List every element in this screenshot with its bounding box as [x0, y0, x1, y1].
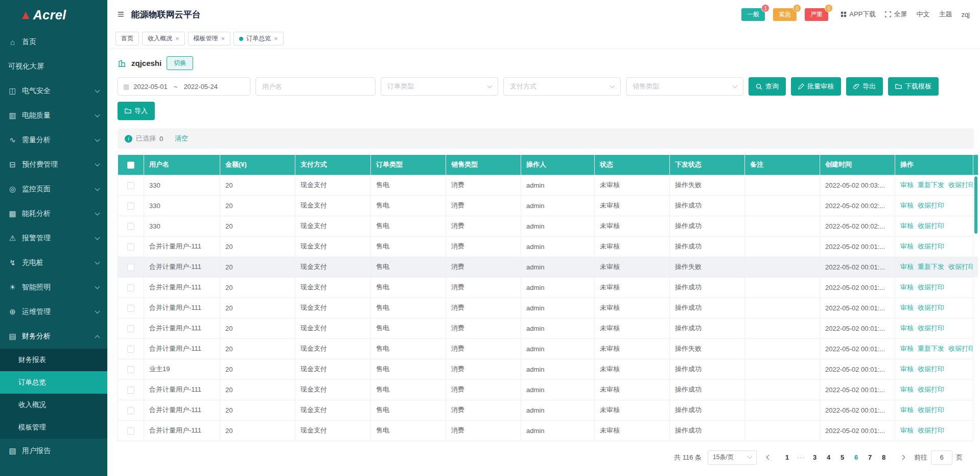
- row-checkbox[interactable]: [127, 243, 134, 251]
- app-download-link[interactable]: APP下载: [841, 10, 876, 19]
- username-input[interactable]: [255, 77, 376, 96]
- sidebar-item[interactable]: 可视化大屏: [0, 54, 107, 79]
- row-action-link[interactable]: 审核: [900, 406, 914, 414]
- row-action-link[interactable]: 审核: [900, 181, 914, 189]
- row-checkbox[interactable]: [127, 202, 134, 210]
- row-action-link[interactable]: 收据打印: [918, 283, 944, 291]
- row-checkbox[interactable]: [127, 387, 134, 394]
- row-action-link[interactable]: 审核: [900, 242, 914, 250]
- page-number[interactable]: 5: [835, 454, 849, 461]
- row-action-link[interactable]: 审核: [900, 263, 914, 270]
- page-number[interactable]: 1: [780, 454, 794, 461]
- menu-toggle-icon[interactable]: ≡: [118, 9, 124, 20]
- alarm-tag[interactable]: 一般 1: [741, 8, 765, 21]
- sidebar-item[interactable]: ▧ 用户报告: [0, 439, 107, 463]
- row-action-link[interactable]: 审核: [900, 345, 914, 352]
- page-number[interactable]: ···: [794, 454, 808, 461]
- row-action-link[interactable]: 审核: [900, 324, 914, 332]
- row-action-link[interactable]: 收据打印: [948, 345, 973, 352]
- page-number[interactable]: 6: [849, 454, 863, 461]
- sidebar-item[interactable]: ⌂ 首页: [0, 30, 107, 54]
- date-range-picker[interactable]: ▦ 2022-05-01 ~ 2022-05-24: [118, 77, 250, 96]
- batch-audit-button[interactable]: 批量审核: [791, 77, 841, 96]
- fullscreen-button[interactable]: 全屏: [885, 10, 907, 19]
- clear-selection-link[interactable]: 清空: [175, 134, 188, 143]
- row-checkbox[interactable]: [127, 407, 134, 414]
- row-action-link[interactable]: 重新下发: [918, 181, 944, 189]
- nav-tab[interactable]: 订单总览: [234, 32, 284, 46]
- order-type-select[interactable]: 订单类型: [381, 77, 498, 96]
- page-number[interactable]: 3: [808, 454, 822, 461]
- row-action-link[interactable]: 重新下发: [918, 345, 944, 352]
- sidebar-item[interactable]: ▦ 能耗分析: [0, 201, 107, 226]
- row-action-link[interactable]: 审核: [900, 426, 914, 434]
- row-action-link[interactable]: 收据打印: [948, 181, 973, 189]
- sidebar-item[interactable]: 收入概况: [0, 394, 107, 416]
- goto-page-input[interactable]: [931, 450, 952, 465]
- page-number[interactable]: 7: [863, 454, 877, 461]
- language-switch[interactable]: 中文: [916, 10, 929, 19]
- alarm-tag[interactable]: 紧急 0: [773, 8, 797, 21]
- nav-tab[interactable]: 首页: [115, 32, 139, 46]
- sidebar-item[interactable]: ☀ 智能照明: [0, 275, 107, 300]
- row-checkbox[interactable]: [127, 305, 134, 312]
- row-checkbox[interactable]: [127, 223, 134, 230]
- next-page-button[interactable]: [897, 450, 908, 465]
- row-action-link[interactable]: 收据打印: [918, 324, 944, 332]
- sidebar-item[interactable]: ▥ 电能质量: [0, 103, 107, 128]
- table-scrollbar-thumb[interactable]: [974, 176, 977, 234]
- sidebar-item[interactable]: ⊟ 预付费管理: [0, 152, 107, 177]
- row-action-link[interactable]: 审核: [900, 304, 914, 311]
- page-number[interactable]: 4: [822, 454, 835, 461]
- sidebar-item[interactable]: ◎ 监控页面: [0, 177, 107, 201]
- nav-tab[interactable]: 模板管理: [188, 32, 231, 46]
- prev-page-button[interactable]: [763, 450, 774, 465]
- row-checkbox[interactable]: [127, 284, 134, 291]
- row-action-link[interactable]: 收据打印: [948, 263, 973, 270]
- row-checkbox[interactable]: [127, 366, 134, 373]
- payment-method-select[interactable]: 支付方式: [503, 77, 621, 96]
- download-template-button[interactable]: 下载模板: [888, 77, 939, 96]
- import-button[interactable]: 导入: [118, 102, 155, 120]
- search-button[interactable]: 查询: [749, 77, 786, 96]
- export-button[interactable]: 导出: [846, 77, 883, 96]
- row-action-link[interactable]: 审核: [900, 283, 914, 291]
- row-action-link[interactable]: 审核: [900, 201, 914, 209]
- row-action-link[interactable]: 收据打印: [918, 426, 944, 434]
- row-checkbox[interactable]: [127, 264, 134, 271]
- user-menu[interactable]: zqj: [961, 11, 970, 18]
- nav-tab[interactable]: 收入概况: [142, 32, 185, 46]
- row-action-link[interactable]: 收据打印: [918, 201, 944, 209]
- sidebar-item[interactable]: 订单总览: [0, 371, 107, 394]
- select-all-checkbox[interactable]: [127, 162, 134, 169]
- close-icon[interactable]: [221, 35, 225, 42]
- alarm-tag[interactable]: 严重 0: [805, 8, 828, 21]
- row-checkbox[interactable]: [127, 325, 134, 332]
- sidebar-item[interactable]: ▤ 财务分析: [0, 324, 107, 349]
- page-number[interactable]: 8: [877, 454, 891, 461]
- switch-project-button[interactable]: 切换: [167, 56, 193, 70]
- row-action-link[interactable]: 收据打印: [918, 222, 944, 230]
- row-action-link[interactable]: 审核: [900, 222, 914, 230]
- row-action-link[interactable]: 重新下发: [918, 263, 944, 270]
- sidebar-item[interactable]: ↯ 充电桩: [0, 251, 107, 275]
- row-action-link[interactable]: 审核: [900, 365, 914, 373]
- close-icon[interactable]: [274, 35, 278, 42]
- row-action-link[interactable]: 审核: [900, 386, 914, 393]
- sidebar-item[interactable]: ⚠ 报警管理: [0, 226, 107, 251]
- theme-switch[interactable]: 主题: [939, 10, 952, 19]
- row-action-link[interactable]: 收据打印: [918, 242, 944, 250]
- row-checkbox[interactable]: [127, 182, 134, 189]
- row-action-link[interactable]: 收据打印: [918, 406, 944, 414]
- sidebar-item[interactable]: 财务报表: [0, 349, 107, 371]
- sidebar-item[interactable]: ∿ 需量分析: [0, 128, 107, 152]
- row-checkbox[interactable]: [127, 346, 134, 353]
- sidebar-item[interactable]: ⊕ 运维管理: [0, 300, 107, 324]
- sidebar-item[interactable]: 模板管理: [0, 416, 107, 439]
- sidebar-item[interactable]: ◫ 电气安全: [0, 79, 107, 103]
- row-action-link[interactable]: 收据打印: [918, 365, 944, 373]
- row-action-link[interactable]: 收据打印: [918, 304, 944, 311]
- page-size-select[interactable]: 15条/页: [708, 450, 757, 465]
- sales-type-select[interactable]: 销售类型: [626, 77, 743, 96]
- row-action-link[interactable]: 收据打印: [918, 386, 944, 393]
